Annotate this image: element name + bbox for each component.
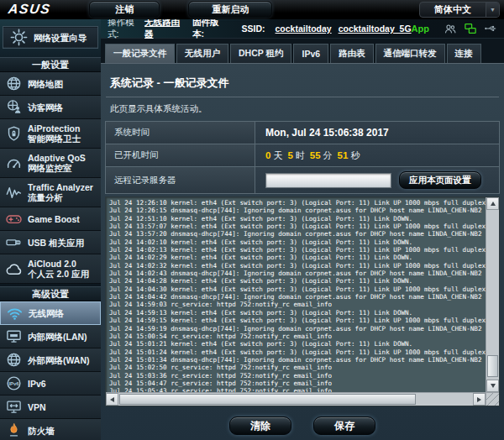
system-time-row: 系统时间 Mon, Jul 24 15:06:38 2017: [106, 122, 499, 144]
firewall-icon: [5, 422, 23, 439]
sidebar-item-setup-wizard[interactable]: 网络设置向导: [3, 27, 97, 48]
sidebar-item-cloud[interactable]: AiCloud 2.0个人云 2.0 应用: [0, 254, 101, 284]
ssid-link[interactable]: cocktailtoday: [276, 24, 332, 34]
scroll-down-button[interactable]: [486, 380, 499, 392]
tab-无线用户[interactable]: 无线用户: [176, 44, 228, 63]
sidebar-item-network-map[interactable]: 网络地图: [0, 72, 101, 96]
sidebar-item-label: 访客网络: [28, 102, 63, 113]
router-admin-screen: ASUS 注销 重新启动 简体中文 ▼ 网络设置向导 一般设置网络地图访客网络A…: [0, 0, 504, 440]
sidebar-item-guest-network[interactable]: 访客网络: [0, 96, 101, 119]
uptime-value: 0天5时55分51秒: [255, 144, 499, 166]
usb-icon[interactable]: [484, 22, 497, 35]
sidebar-item-gauge[interactable]: Adaptive QoS网络监控室: [0, 149, 101, 178]
clients-icon[interactable]: [444, 22, 457, 35]
cloud-icon: [5, 260, 23, 278]
asus-logo: ASUS: [8, 2, 52, 17]
sidebar-item-firewall[interactable]: 防火墙: [0, 419, 101, 440]
operation-mode-label: 操作模式:: [108, 17, 141, 40]
uptime-unit: 天: [273, 149, 282, 162]
scroll-left-button[interactable]: [106, 393, 118, 406]
setup-wizard-icon: [9, 28, 29, 47]
app-link[interactable]: App: [412, 24, 429, 34]
tab-通信端口转发[interactable]: 通信端口转发: [375, 44, 445, 63]
sidebar-item-wifi[interactable]: 无线网络: [0, 301, 101, 325]
triangle-up-icon: [491, 202, 496, 206]
sidebar-item-label: 外部网络(WAN): [28, 355, 90, 365]
language-selector[interactable]: 简体中文 ▼: [419, 2, 500, 18]
vpn-icon: [5, 398, 23, 416]
reboot-button[interactable]: 重新启动: [188, 1, 272, 18]
system-time-label: 系统时间: [106, 122, 255, 144]
main-panel: 系统记录 - 一般记录文件 此页显示具体系统活动。 系统时间 Mon, Jul …: [101, 63, 504, 440]
smart-connect-icon[interactable]: [464, 22, 477, 35]
sidebar-item-label: 防火墙: [28, 426, 55, 436]
sidebar: 网络设置向导 一般设置网络地图访客网络AiProtection智能网络卫士Ada…: [0, 19, 101, 440]
scroll-up-button[interactable]: [486, 197, 499, 210]
ssid-label: SSID:: [242, 24, 265, 34]
vertical-scroll-thumb[interactable]: [487, 355, 498, 377]
guest-network-icon: [5, 98, 23, 116]
ssid-link[interactable]: cocktailtoday_5G: [339, 24, 412, 34]
remote-log-server-input[interactable]: [265, 173, 391, 188]
network-map-icon: [5, 75, 23, 92]
sidebar-item-shield[interactable]: AiProtection智能网络卫士: [0, 119, 101, 149]
svg-text:IPv6: IPv6: [8, 381, 19, 386]
uptime-unit: 分: [323, 149, 333, 162]
sidebar-item-gamepad[interactable]: Game Boost: [0, 207, 101, 231]
sidebar-item-label: Game Boost: [28, 214, 80, 224]
ipv6-icon: IPv6: [5, 375, 23, 392]
page-title: 系统记录 - 一般记录文件: [110, 76, 500, 91]
uptime-number: 51: [338, 150, 349, 160]
sidebar-item-ipv6[interactable]: IPv6IPv6: [0, 372, 101, 395]
uptime-unit: 秒: [350, 149, 360, 162]
horizontal-scroll-thumb[interactable]: [119, 394, 416, 405]
gamepad-icon: [5, 210, 23, 228]
uptime-number: 55: [310, 150, 321, 160]
sidebar-item-waveform[interactable]: Traffic Analyzer流量分析: [0, 178, 101, 207]
sidebar-item-usb-drive[interactable]: USB 相关应用: [0, 231, 101, 254]
page-description: 此页显示具体系统活动。: [110, 103, 500, 115]
tab-连接[interactable]: 连接: [447, 44, 481, 63]
sidebar-item-label: IPv6: [28, 379, 46, 389]
sidebar-section-title: 一般设置: [0, 57, 101, 72]
triangle-down-icon: [491, 384, 496, 388]
scroll-right-button[interactable]: [473, 393, 486, 406]
logout-button[interactable]: 注销: [89, 1, 160, 18]
system-log-textarea[interactable]: Jul 24 12:26:10 kernel: eth4 (Ext switch…: [105, 196, 500, 406]
sidebar-item-vpn[interactable]: VPN: [0, 395, 101, 419]
tab-IPv6[interactable]: IPv6: [293, 44, 328, 63]
apply-page-settings-button[interactable]: 应用本页面设置: [399, 171, 481, 189]
tab-一般记录文件[interactable]: 一般记录文件: [105, 44, 175, 63]
uptime-label: 已开机时间: [106, 144, 255, 166]
ssid-list: cocktailtodaycocktailtoday_5G: [269, 24, 412, 34]
action-buttons: 清除 保存: [105, 416, 500, 435]
shield-icon: [5, 125, 23, 143]
resize-grip[interactable]: [486, 392, 499, 406]
sidebar-item-label: AiCloud 2.0个人云 2.0 应用: [28, 259, 89, 279]
chevron-down-icon[interactable]: ▼: [486, 3, 499, 17]
sidebar-item-label: 网络地图: [28, 79, 63, 89]
sidebar-item-wan-globe[interactable]: 外部网络(WAN): [0, 348, 101, 372]
sidebar-item-label: Adaptive QoS网络监控室: [28, 153, 86, 173]
waveform-icon: [5, 184, 23, 202]
vertical-scrollbar[interactable]: [486, 197, 499, 392]
uptime-number: 0: [265, 150, 270, 160]
remote-log-server-row: 远程记录服务器 应用本页面设置: [106, 167, 499, 193]
sidebar-sections: 一般设置网络地图访客网络AiProtection智能网络卫士Adaptive Q…: [0, 55, 101, 440]
info-bar: 操作模式: 无线路由器 固件版本: SSID: cocktailtodaycoc…: [101, 19, 504, 39]
sidebar-item-label: USB 相关应用: [28, 238, 84, 248]
log-text: Jul 24 12:26:10 kernel: eth4 (Ext switch…: [106, 197, 486, 392]
tab-DHCP 租约[interactable]: DHCP 租约: [230, 44, 291, 63]
operation-mode-link[interactable]: 无线路由器: [144, 17, 184, 40]
lan-icon: [5, 327, 23, 345]
tab-路由表[interactable]: 路由表: [330, 44, 374, 63]
sidebar-item-lan[interactable]: 内部网络(LAN): [0, 325, 101, 348]
triangle-right-icon: [477, 397, 481, 402]
gauge-icon: [5, 155, 23, 172]
clear-button[interactable]: 清除: [229, 416, 291, 435]
uptime-unit: 时: [296, 149, 305, 162]
title-divider: [106, 97, 499, 97]
remote-log-server-label: 远程记录服务器: [106, 167, 255, 193]
horizontal-scrollbar[interactable]: [106, 392, 486, 406]
save-button[interactable]: 保存: [313, 416, 375, 435]
